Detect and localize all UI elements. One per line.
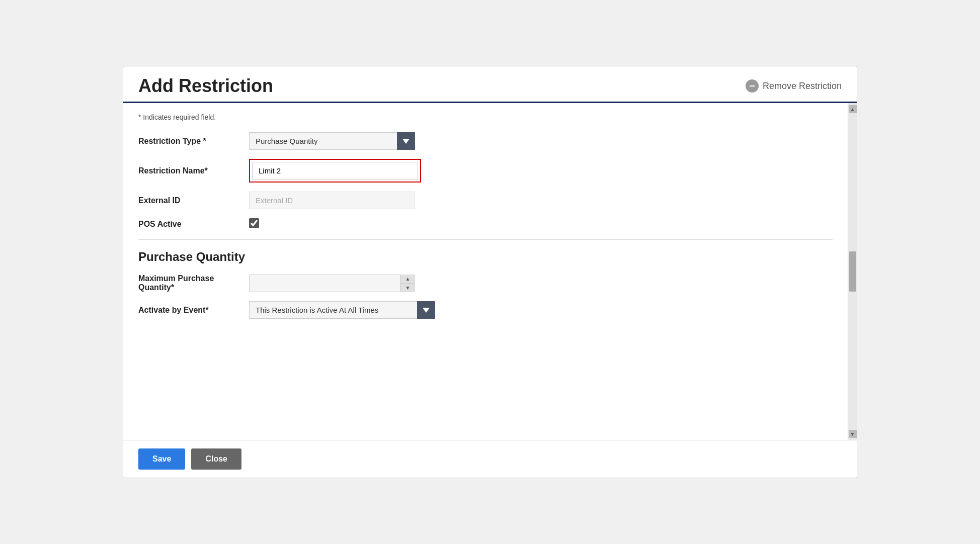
activate-event-row: Activate by Event* This Restriction is A… — [138, 301, 833, 319]
max-qty-input[interactable] — [249, 275, 415, 292]
main-window: Add Restriction − Remove Restriction * I… — [123, 66, 857, 478]
pos-active-checkbox[interactable] — [249, 218, 259, 228]
max-qty-control: ▲ ▼ — [249, 275, 415, 292]
pos-active-label: POS Active — [138, 220, 249, 229]
activate-event-control: This Restriction is Active At All Times … — [249, 301, 435, 319]
scroll-down-arrow[interactable]: ▼ — [849, 430, 857, 438]
restriction-name-highlight — [249, 159, 421, 183]
spinner-down-button[interactable]: ▼ — [400, 284, 415, 292]
restriction-type-label: Restriction Type * — [138, 137, 249, 146]
activate-event-select[interactable]: This Restriction is Active At All Times … — [249, 301, 435, 319]
purchase-quantity-title: Purchase Quantity — [138, 250, 833, 264]
section-divider — [138, 239, 833, 240]
restriction-name-label: Restriction Name* — [138, 166, 249, 175]
pos-active-control — [249, 218, 259, 230]
spinner-buttons: ▲ ▼ — [400, 275, 415, 292]
restriction-type-select[interactable]: Purchase Quantity Age Restriction Purcha… — [249, 132, 415, 150]
external-id-control — [249, 192, 415, 209]
pos-active-row: POS Active — [138, 218, 833, 230]
save-button[interactable]: Save — [138, 448, 185, 470]
max-qty-label: Maximum Purchase Quantity* — [138, 274, 249, 292]
restriction-type-row: Restriction Type * Purchase Quantity Age… — [138, 132, 833, 150]
restriction-name-input[interactable] — [252, 162, 418, 179]
remove-restriction-button[interactable]: − Remove Restriction — [746, 79, 842, 93]
header: Add Restriction − Remove Restriction — [123, 66, 857, 103]
external-id-label: External ID — [138, 196, 249, 205]
body-area: * Indicates required field. Restriction … — [123, 103, 857, 440]
form-content: * Indicates required field. Restriction … — [123, 103, 848, 440]
scroll-up-arrow[interactable]: ▲ — [849, 105, 857, 113]
required-note: * Indicates required field. — [138, 113, 833, 121]
scrollbar[interactable]: ▲ ▼ — [848, 103, 857, 440]
spinner-up-button[interactable]: ▲ — [400, 275, 415, 284]
remove-restriction-label: Remove Restriction — [763, 81, 842, 92]
external-id-row: External ID — [138, 192, 833, 209]
scrollbar-thumb[interactable] — [849, 251, 856, 292]
restriction-type-control: Purchase Quantity Age Restriction Purcha… — [249, 132, 415, 150]
max-qty-row: Maximum Purchase Quantity* ▲ ▼ — [138, 274, 833, 292]
close-button[interactable]: Close — [191, 448, 241, 470]
restriction-name-row: Restriction Name* — [138, 159, 833, 183]
page-title: Add Restriction — [138, 75, 273, 97]
activate-event-label: Activate by Event* — [138, 306, 249, 315]
remove-icon: − — [746, 79, 759, 93]
external-id-input[interactable] — [249, 192, 415, 209]
footer-bar: Save Close — [123, 440, 857, 478]
